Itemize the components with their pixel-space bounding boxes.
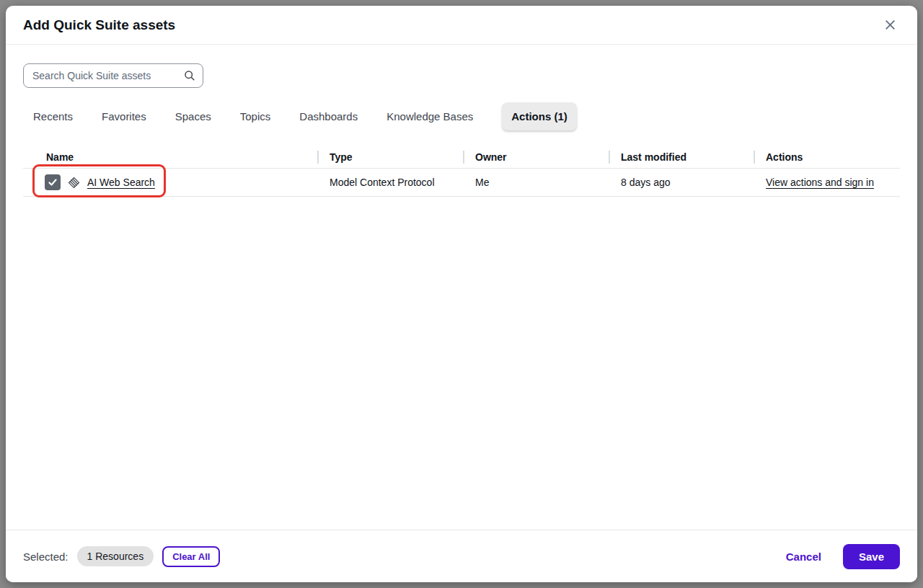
column-header-actions: Actions	[754, 151, 900, 164]
checkmark-icon	[48, 177, 58, 187]
modal-title: Add Quick Suite assets	[23, 17, 175, 33]
modal-body: Recents Favorites Spaces Topics Dashboar…	[6, 45, 917, 530]
tab-recents[interactable]: Recents	[33, 110, 73, 122]
tab-dashboards[interactable]: Dashboards	[299, 110, 358, 122]
add-assets-modal: Add Quick Suite assets Recents	[6, 6, 917, 582]
last-modified-cell: 8 days ago	[609, 177, 754, 188]
modal-footer: Selected: 1 Resources Clear All Cancel S…	[6, 530, 917, 582]
tab-knowledge-bases[interactable]: Knowledge Bases	[387, 110, 473, 122]
close-icon	[884, 19, 896, 31]
search-box	[23, 63, 203, 88]
view-actions-link[interactable]: View actions and sign in	[766, 177, 874, 188]
column-header-last-modified: Last modified	[609, 151, 754, 164]
search-icon	[184, 70, 195, 81]
assets-table: Name Type Owner Last modified Actions	[23, 146, 900, 197]
column-header-owner: Owner	[463, 151, 609, 164]
save-button[interactable]: Save	[843, 544, 900, 569]
selected-count-badge: 1 Resources	[77, 546, 154, 566]
tab-favorites[interactable]: Favorites	[102, 110, 146, 122]
modal-header: Add Quick Suite assets	[6, 6, 917, 45]
column-header-name: Name	[23, 151, 317, 164]
clear-all-button[interactable]: Clear All	[162, 546, 220, 567]
column-header-type: Type	[317, 151, 463, 164]
row-checkbox[interactable]	[45, 174, 61, 190]
actions-cell: View actions and sign in	[754, 177, 900, 188]
selection-summary: Selected: 1 Resources Clear All	[23, 546, 220, 567]
mcp-asset-icon	[68, 177, 80, 189]
selected-label: Selected:	[23, 551, 69, 563]
type-cell: Model Context Protocol	[317, 177, 463, 188]
close-button[interactable]	[880, 15, 900, 35]
tab-topics[interactable]: Topics	[240, 110, 271, 122]
table-row: AI Web Search Model Context Protocol Me …	[23, 168, 900, 197]
search-input[interactable]	[32, 70, 184, 81]
tab-actions[interactable]: Actions (1)	[502, 102, 577, 130]
cancel-button[interactable]: Cancel	[786, 551, 821, 563]
asset-tabs: Recents Favorites Spaces Topics Dashboar…	[23, 102, 900, 130]
asset-name-link[interactable]: AI Web Search	[87, 177, 155, 188]
footer-actions: Cancel Save	[786, 544, 900, 569]
tab-spaces[interactable]: Spaces	[175, 110, 211, 122]
owner-cell: Me	[463, 177, 609, 188]
name-cell: AI Web Search	[23, 174, 317, 190]
table-header-row: Name Type Owner Last modified Actions	[23, 146, 900, 168]
